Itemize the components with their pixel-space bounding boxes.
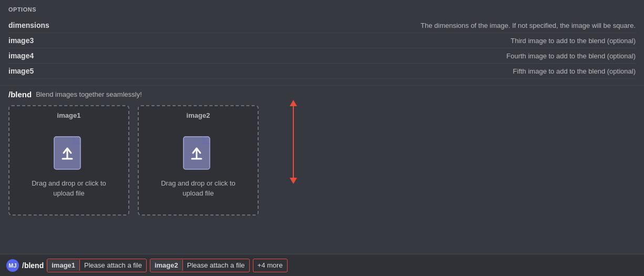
- option-row-image4: image4 Fourth image to add to the blend …: [8, 48, 636, 64]
- bottom-more-label: +4 more: [258, 261, 283, 269]
- blend-command: /blend: [8, 90, 32, 99]
- bottom-param-name-image2: image2: [150, 260, 183, 271]
- blend-description: Blend images together seamlessly!: [36, 90, 142, 98]
- file-upload-icon-image1: [53, 136, 85, 172]
- option-row-image5: image5 Fifth image to add to the blend (…: [8, 64, 636, 79]
- option-desc-dimensions: The dimensions of the image. If not spec…: [421, 22, 636, 29]
- bottom-param-value-image2: Please attach a file: [183, 260, 249, 271]
- option-name-image5: image5: [8, 67, 34, 75]
- blend-bar: /blend Blend images together seamlessly!: [0, 86, 644, 103]
- option-name-image3: image3: [8, 36, 34, 45]
- file-upload-icon-image2: [182, 136, 214, 172]
- options-header: OPTIONS: [8, 6, 636, 13]
- upload-box-image1[interactable]: image1 Drag and drop or click toupload f…: [8, 105, 129, 216]
- upload-icon-wrap-image2: Drag and drop or click toupload file: [161, 125, 236, 209]
- bottom-param-image2: image2 Please attach a file: [150, 259, 250, 272]
- option-name-image4: image4: [8, 52, 34, 60]
- bottom-command-label: /blend: [22, 261, 44, 270]
- upload-box-image2[interactable]: image2 Drag and drop or click toupload f…: [138, 105, 259, 216]
- red-arrow-indicator: [293, 105, 294, 179]
- bottom-param-name-image1: image1: [47, 260, 80, 271]
- upload-box-label-image1: image1: [57, 111, 81, 119]
- option-name-dimensions: dimensions: [8, 21, 49, 29]
- options-section: OPTIONS dimensions The dimensions of the…: [0, 0, 644, 79]
- upload-text-image2: Drag and drop or click toupload file: [161, 179, 236, 198]
- bottom-bar: MJ /blend image1 Please attach a file im…: [0, 254, 644, 276]
- option-row-dimensions: dimensions The dimensions of the image. …: [8, 18, 636, 33]
- upload-box-label-image2: image2: [187, 111, 210, 119]
- option-desc-image5: Fifth image to add to the blend (optiona…: [513, 67, 636, 75]
- bot-icon-label: MJ: [8, 262, 16, 269]
- bot-avatar: MJ: [6, 259, 19, 272]
- bottom-more-button[interactable]: +4 more: [253, 259, 288, 272]
- option-row-image3: image3 Third image to add to the blend (…: [8, 33, 636, 48]
- bottom-param-image1: image1 Please attach a file: [47, 259, 147, 272]
- upload-text-image1: Drag and drop or click toupload file: [32, 179, 106, 198]
- upload-container: image1 Drag and drop or click toupload f…: [0, 105, 644, 216]
- option-desc-image3: Third image to add to the blend (optiona…: [510, 37, 636, 45]
- bottom-param-value-image1: Please attach a file: [80, 260, 146, 271]
- upload-icon-wrap-image1: Drag and drop or click toupload file: [32, 125, 106, 209]
- option-desc-image4: Fourth image to add to the blend (option…: [506, 52, 636, 60]
